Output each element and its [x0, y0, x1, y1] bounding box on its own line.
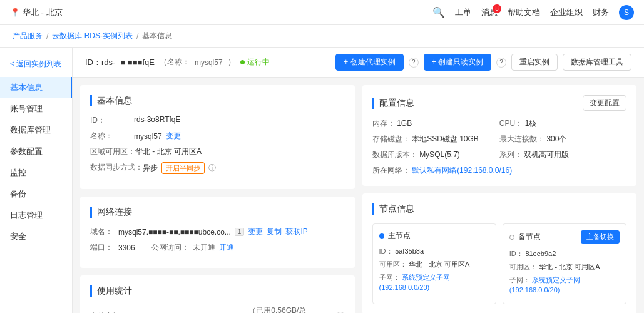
- name-row: 名称： mysql57 变更: [90, 131, 345, 141]
- node-info-title: 节点信息: [372, 203, 627, 215]
- basic-info-content: ID： rds-3o8RTfqE 名称： mysql57 变更 区域可用区：: [90, 115, 345, 174]
- standby-node-dot: [509, 235, 514, 240]
- work-order-link[interactable]: 工单: [455, 7, 471, 18]
- search-icon[interactable]: 🔍: [432, 6, 445, 18]
- series-value: 双机高可用版: [524, 150, 569, 159]
- domain-tag: 1: [235, 228, 245, 236]
- storage-label: 存储空间：: [90, 311, 127, 314]
- left-column: 基本信息 ID： rds-3o8RTfqE 名称： mysql57 变更: [80, 85, 355, 313]
- sync-mode: 异步: [143, 163, 158, 173]
- sync-label: 数据同步方式：: [90, 162, 143, 173]
- create-proxy-help[interactable]: ?: [409, 58, 419, 68]
- public-label: 公网访问：: [151, 242, 189, 253]
- id-label: ID：: [90, 115, 134, 126]
- max-conn-label: 最大连接数：: [499, 135, 544, 143]
- sidebar-item-database[interactable]: 数据库管理: [0, 120, 72, 141]
- primary-subnet-label: 子网：: [379, 274, 400, 281]
- notification-badge: 8: [493, 4, 501, 13]
- storage-disk-label: 存储磁盘：: [372, 135, 410, 143]
- max-conn-value: 300个: [546, 135, 566, 143]
- domain-getip-link[interactable]: 获取IP: [285, 227, 307, 237]
- memory-row: 内存： 1GB: [372, 118, 499, 129]
- name-value-row: mysql57 变更: [134, 131, 181, 141]
- primary-node-title: 主节点: [379, 230, 411, 241]
- status-badge: 运行中: [240, 57, 270, 68]
- notification-item[interactable]: 消息 8: [481, 7, 498, 18]
- sync-row: 数据同步方式： 异步 开启半同步 ⓘ: [90, 162, 345, 174]
- network-label: 所在网络：: [372, 166, 410, 175]
- basic-info-title: 基本信息: [90, 95, 345, 106]
- instance-id-area: ID：rds- ■ ■■■fqE （名称： mysql57 ） 运行中: [85, 57, 270, 68]
- id-value: rds-3o8RTfqE: [134, 115, 180, 124]
- primary-standby-switch-button[interactable]: 主备切换: [581, 230, 620, 244]
- breadcrumb-current: 基本信息: [142, 31, 172, 41]
- primary-subnet-row: 子网： 系统预定义子网(192.168.0.0/20): [379, 272, 489, 292]
- sync-info-icon[interactable]: ⓘ: [208, 163, 216, 173]
- standby-zone-label: 可用区：: [509, 263, 537, 270]
- avatar-letter: S: [624, 8, 629, 17]
- standby-subnet-row: 子网： 系统预定义子网(192.168.0.0/20): [509, 275, 620, 294]
- series-row: 系列： 双机高可用版: [499, 150, 626, 160]
- basic-info-card: 基本信息 ID： rds-3o8RTfqE 名称： mysql57 变更: [80, 85, 355, 189]
- sync-value: 异步 开启半同步 ⓘ: [143, 162, 216, 174]
- sync-badge[interactable]: 开启半同步: [161, 162, 205, 174]
- create-readonly-help[interactable]: ?: [496, 58, 506, 68]
- db-tools-button[interactable]: 数据库管理工具: [563, 54, 631, 71]
- network-title: 网络连接: [90, 207, 345, 218]
- usage-title: 使用统计: [90, 285, 345, 297]
- storage-disk-value: 本地SSD磁盘 10GB: [412, 135, 479, 143]
- primary-zone-value: 华北 - 北京 可用区A: [409, 260, 469, 268]
- sidebar-item-basic-info[interactable]: 基本信息: [0, 77, 72, 98]
- zone-row: 区域可用区： 华北 - 北京 可用区A: [90, 146, 345, 157]
- main-content: ID：rds- ■ ■■■fqE （名称： mysql57 ） 运行中 + 创建…: [73, 48, 644, 313]
- domain-copy-link[interactable]: 复制: [267, 227, 282, 237]
- status-text: 运行中: [247, 57, 270, 68]
- standby-id-value: 81eeb9a2: [525, 250, 556, 257]
- top-navigation: 📍 华北 - 北京 🔍 工单 消息 8 帮助文档 企业组织 财务 S: [0, 0, 644, 25]
- sidebar-item-logs[interactable]: 日志管理: [0, 205, 72, 226]
- domain-value-area: mysql57.■■■■-■■.■■■■ubce.co... 1 变更 复制 获…: [118, 227, 308, 237]
- primary-id-label: ID：: [379, 247, 393, 255]
- series-label: 系列：: [499, 150, 522, 159]
- port-label: 端口：: [90, 242, 118, 253]
- id-row: ID： rds-3o8RTfqE: [90, 115, 345, 126]
- back-to-list[interactable]: < 返回实例列表: [0, 55, 72, 77]
- primary-id-value: 5af35b8a: [395, 247, 424, 255]
- name-change-link[interactable]: 变更: [166, 131, 181, 141]
- domain-change-link[interactable]: 变更: [248, 227, 263, 237]
- zone-label: 区域可用区：: [90, 146, 135, 157]
- network-link[interactable]: 默认私有网络(192.168.0.0/16): [412, 166, 512, 175]
- enterprise-link[interactable]: 企业组织: [550, 7, 583, 18]
- standby-subnet-label: 子网：: [509, 276, 530, 284]
- sidebar: < 返回实例列表 基本信息 账号管理 数据库管理 参数配置 监控 备份 日志管理…: [0, 48, 73, 313]
- sidebar-item-account[interactable]: 账号管理: [0, 98, 72, 120]
- finance-link[interactable]: 财务: [593, 7, 609, 18]
- db-version-value: MySQL(5.7): [419, 150, 460, 159]
- avatar[interactable]: S: [619, 5, 634, 20]
- primary-node-card: 主节点 ID： 5af35b8a 可用区： 华北 - 北京 可用区A: [372, 223, 496, 304]
- standby-node-header: 备节点 主备切换: [509, 230, 620, 244]
- node-info-card: 节点信息 主节点 ID：: [362, 193, 637, 313]
- create-readonly-button[interactable]: + 创建只读实例: [424, 54, 491, 71]
- domain-label: 域名：: [90, 227, 118, 237]
- instance-name: mysql57: [195, 58, 223, 67]
- status-dot: [240, 60, 245, 64]
- restart-button[interactable]: 重启实例: [511, 54, 558, 71]
- storage-usage-row: 存储空间： 5.63% （已用0.56GB/总10GB） ?: [90, 305, 345, 313]
- help-doc-link[interactable]: 帮助文档: [508, 7, 540, 18]
- db-version-row: 数据库版本： MySQL(5.7): [372, 150, 499, 160]
- usage-card: 使用统计 存储空间： 5.63% （已用0.56GB/总10GB） ?: [80, 275, 355, 313]
- sidebar-item-monitor[interactable]: 监控: [0, 162, 72, 183]
- network-card: 网络连接 域名： mysql57.■■■■-■■.■■■■ubce.co... …: [80, 197, 355, 268]
- sidebar-item-security[interactable]: 安全: [0, 226, 72, 247]
- create-proxy-button[interactable]: + 创建代理实例: [335, 54, 403, 71]
- port-value: 3306 公网访问： 未开通 开通: [118, 242, 234, 253]
- sidebar-item-backup[interactable]: 备份: [0, 183, 72, 205]
- change-config-button[interactable]: 变更配置: [583, 95, 626, 111]
- breadcrumb-product[interactable]: 产品服务: [13, 31, 43, 41]
- id-prefix: ID：rds-: [85, 57, 115, 68]
- primary-node-dot: [379, 233, 384, 239]
- public-open-link[interactable]: 开通: [219, 242, 234, 253]
- sidebar-item-params[interactable]: 参数配置: [0, 141, 72, 162]
- breadcrumb-rds-list[interactable]: 云数据库 RDS-实例列表: [52, 31, 133, 41]
